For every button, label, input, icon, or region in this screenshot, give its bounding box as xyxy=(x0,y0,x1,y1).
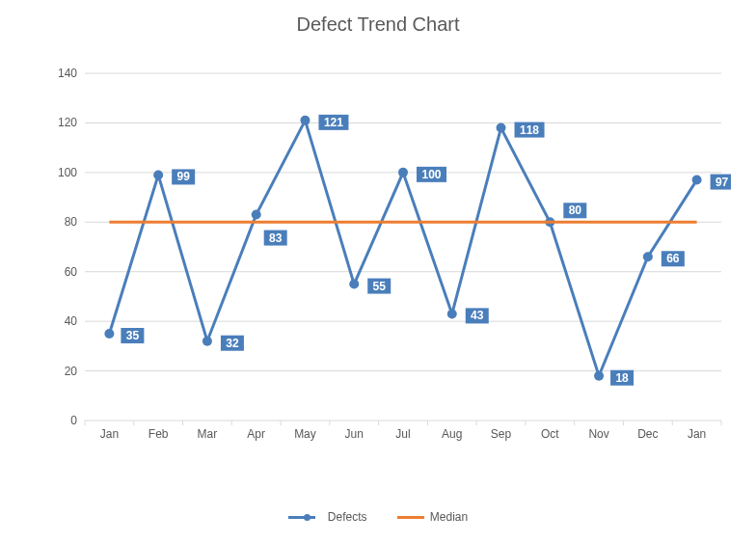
svg-text:18: 18 xyxy=(615,371,629,385)
svg-text:80: 80 xyxy=(65,215,78,229)
svg-point-48 xyxy=(349,280,359,289)
svg-text:0: 0 xyxy=(70,414,77,427)
svg-text:Jun: Jun xyxy=(345,427,364,441)
legend-item-median: Median xyxy=(397,510,468,524)
svg-point-43 xyxy=(104,329,114,339)
svg-point-46 xyxy=(252,210,261,220)
svg-text:Nov: Nov xyxy=(588,427,608,441)
svg-text:60: 60 xyxy=(65,265,78,279)
svg-text:118: 118 xyxy=(520,123,539,137)
svg-text:Feb: Feb xyxy=(148,427,169,441)
svg-text:May: May xyxy=(294,427,316,441)
svg-text:Apr: Apr xyxy=(247,427,265,441)
svg-point-55 xyxy=(692,176,702,185)
y-axis: 020406080100120140 xyxy=(58,67,77,427)
svg-text:20: 20 xyxy=(65,365,78,378)
legend-marker-defects xyxy=(304,514,310,521)
legend-swatch-median xyxy=(397,516,424,519)
svg-text:40: 40 xyxy=(65,314,78,328)
svg-text:120: 120 xyxy=(58,116,77,129)
svg-point-45 xyxy=(202,337,212,346)
svg-text:Jan: Jan xyxy=(688,427,706,441)
chart-series xyxy=(104,116,701,381)
defect-trend-chart: Defect Trend Chart 020406080100120140 Ja… xyxy=(0,0,756,543)
svg-text:Jul: Jul xyxy=(395,427,410,441)
svg-text:100: 100 xyxy=(58,166,77,179)
svg-point-47 xyxy=(300,116,310,125)
chart-title: Defect Trend Chart xyxy=(0,14,756,36)
svg-point-49 xyxy=(398,168,408,177)
svg-text:Jan: Jan xyxy=(100,427,119,441)
svg-point-51 xyxy=(497,123,506,133)
svg-text:Sep: Sep xyxy=(491,427,512,441)
svg-text:Aug: Aug xyxy=(442,427,462,441)
legend-item-defects: Defects xyxy=(288,510,367,524)
svg-text:140: 140 xyxy=(58,67,77,80)
svg-point-54 xyxy=(643,252,653,261)
svg-text:66: 66 xyxy=(666,252,680,265)
svg-text:35: 35 xyxy=(126,329,140,342)
legend-label-defects: Defects xyxy=(328,510,367,524)
svg-text:43: 43 xyxy=(471,309,484,322)
svg-text:Dec: Dec xyxy=(637,427,658,441)
svg-text:32: 32 xyxy=(226,337,239,350)
svg-text:83: 83 xyxy=(269,231,283,245)
legend-swatch-defects xyxy=(288,516,315,519)
svg-text:Oct: Oct xyxy=(541,427,559,441)
svg-point-53 xyxy=(594,371,604,381)
svg-text:Mar: Mar xyxy=(198,427,218,441)
plot-area: 020406080100120140 JanFebMarAprMayJunJul… xyxy=(56,64,731,449)
legend: Defects Median xyxy=(0,508,756,525)
svg-text:55: 55 xyxy=(373,280,387,293)
data-labels: 35993283121551004311880186697 xyxy=(121,115,731,386)
svg-point-44 xyxy=(153,170,163,179)
svg-text:99: 99 xyxy=(176,170,190,183)
svg-text:97: 97 xyxy=(716,176,729,189)
legend-label-median: Median xyxy=(430,510,468,524)
svg-text:100: 100 xyxy=(421,168,441,181)
svg-text:121: 121 xyxy=(324,116,343,129)
svg-text:80: 80 xyxy=(569,204,582,217)
x-axis: JanFebMarAprMayJunJulAugSepOctNovDecJan xyxy=(85,421,721,441)
svg-point-50 xyxy=(447,309,457,318)
